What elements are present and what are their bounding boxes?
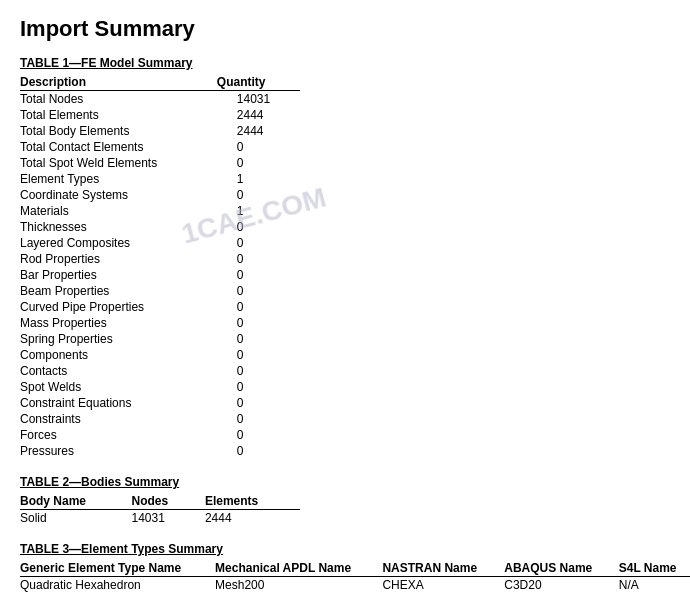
table1-description-cell: Total Body Elements — [20, 123, 217, 139]
table1-quantity-cell: 0 — [217, 155, 300, 171]
page-title: Import Summary — [20, 16, 670, 42]
table2: Body Name Nodes Elements Solid140312444 — [20, 493, 300, 526]
table1-section: TABLE 1—FE Model Summary Description Qua… — [20, 56, 670, 459]
table-row: Spring Properties0 — [20, 331, 300, 347]
table-row: Pressures0 — [20, 443, 300, 459]
table-row: Total Contact Elements0 — [20, 139, 300, 155]
table-row: Forces0 — [20, 427, 300, 443]
table-row: Contacts0 — [20, 363, 300, 379]
table-row: Total Body Elements2444 — [20, 123, 300, 139]
table2-header-elements: Elements — [205, 493, 300, 510]
table2-header-bodyname: Body Name — [20, 493, 131, 510]
table1-quantity-cell: 0 — [217, 395, 300, 411]
table1-quantity-cell: 0 — [217, 283, 300, 299]
table1-quantity-cell: 0 — [217, 267, 300, 283]
table1-quantity-cell: 0 — [217, 299, 300, 315]
table1-description-cell: Constraints — [20, 411, 217, 427]
table-row: Element Types1 — [20, 171, 300, 187]
table1-description-cell: Bar Properties — [20, 267, 217, 283]
table1-description-cell: Curved Pipe Properties — [20, 299, 217, 315]
table1-quantity-cell: 0 — [217, 251, 300, 267]
table1-description-cell: Element Types — [20, 171, 217, 187]
table-row: Spot Welds0 — [20, 379, 300, 395]
table1-quantity-cell: 0 — [217, 315, 300, 331]
table-row: Materials1 — [20, 203, 300, 219]
table1-quantity-cell: 0 — [217, 219, 300, 235]
table1-title: TABLE 1—FE Model Summary — [20, 56, 670, 70]
table-row: Total Nodes14031 — [20, 91, 300, 108]
table-row: Curved Pipe Properties0 — [20, 299, 300, 315]
table-row: Thicknesses0 — [20, 219, 300, 235]
table1-description-cell: Total Nodes — [20, 91, 217, 108]
table3-header: S4L Name — [619, 560, 690, 577]
table2-title: TABLE 2—Bodies Summary — [20, 475, 670, 489]
table1-header-quantity: Quantity — [217, 74, 300, 91]
table3-header: ABAQUS Name — [504, 560, 619, 577]
table1-quantity-cell: 0 — [217, 139, 300, 155]
table1-description-cell: Thicknesses — [20, 219, 217, 235]
table-row: Total Elements2444 — [20, 107, 300, 123]
table1-description-cell: Spring Properties — [20, 331, 217, 347]
table1-quantity-cell: 0 — [217, 427, 300, 443]
table2-header-nodes: Nodes — [131, 493, 204, 510]
table1-quantity-cell: 0 — [217, 379, 300, 395]
table3-header: Mechanical APDL Name — [215, 560, 382, 577]
table2-cell-2: 2444 — [205, 510, 300, 527]
table1-quantity-cell: 1 — [217, 171, 300, 187]
table1-quantity-cell: 0 — [217, 347, 300, 363]
table1-description-cell: Total Elements — [20, 107, 217, 123]
table1-description-cell: Forces — [20, 427, 217, 443]
table1-quantity-cell: 0 — [217, 235, 300, 251]
table2-cell-0: Solid — [20, 510, 131, 527]
table2-section: TABLE 2—Bodies Summary Body Name Nodes E… — [20, 475, 670, 526]
table-row: Coordinate Systems0 — [20, 187, 300, 203]
table1-description-cell: Coordinate Systems — [20, 187, 217, 203]
table1-description-cell: Total Spot Weld Elements — [20, 155, 217, 171]
table1-quantity-cell: 2444 — [217, 107, 300, 123]
table3-cell-0: Quadratic Hexahedron — [20, 577, 215, 594]
table1-description-cell: Constraint Equations — [20, 395, 217, 411]
table1-description-cell: Rod Properties — [20, 251, 217, 267]
table1-description-cell: Materials — [20, 203, 217, 219]
table3-cell-3: C3D20 — [504, 577, 619, 594]
table1-description-cell: Beam Properties — [20, 283, 217, 299]
table3-header: NASTRAN Name — [382, 560, 504, 577]
table-row: Solid140312444 — [20, 510, 300, 527]
table-row: Mass Properties0 — [20, 315, 300, 331]
table-row: Constraints0 — [20, 411, 300, 427]
table-row: Bar Properties0 — [20, 267, 300, 283]
table1-quantity-cell: 14031 — [217, 91, 300, 108]
table3-title: TABLE 3—Element Types Summary — [20, 542, 670, 556]
table1-description-cell: Components — [20, 347, 217, 363]
table3-cell-4: N/A — [619, 577, 690, 594]
table1-description-cell: Pressures — [20, 443, 217, 459]
table1-description-cell: Mass Properties — [20, 315, 217, 331]
table1-quantity-cell: 0 — [217, 331, 300, 347]
table-row: Quadratic HexahedronMesh200CHEXAC3D20N/A — [20, 577, 690, 594]
table1-quantity-cell: 1 — [217, 203, 300, 219]
table1-header-description: Description — [20, 74, 217, 91]
table1-description-cell: Spot Welds — [20, 379, 217, 395]
table3-header: Generic Element Type Name — [20, 560, 215, 577]
table1-quantity-cell: 0 — [217, 363, 300, 379]
table2-cell-1: 14031 — [131, 510, 204, 527]
table-row: Layered Composites0 — [20, 235, 300, 251]
table-row: Beam Properties0 — [20, 283, 300, 299]
table3-cell-2: CHEXA — [382, 577, 504, 594]
table1: Description Quantity Total Nodes14031Tot… — [20, 74, 300, 459]
table-row: Constraint Equations0 — [20, 395, 300, 411]
table-row: Components0 — [20, 347, 300, 363]
table3-section: TABLE 3—Element Types Summary Generic El… — [20, 542, 670, 593]
table3-cell-1: Mesh200 — [215, 577, 382, 594]
table1-description-cell: Total Contact Elements — [20, 139, 217, 155]
table3: Generic Element Type NameMechanical APDL… — [20, 560, 690, 593]
table1-quantity-cell: 0 — [217, 411, 300, 427]
table-row: Total Spot Weld Elements0 — [20, 155, 300, 171]
table-row: Rod Properties0 — [20, 251, 300, 267]
table1-description-cell: Contacts — [20, 363, 217, 379]
table1-quantity-cell: 0 — [217, 187, 300, 203]
table1-quantity-cell: 2444 — [217, 123, 300, 139]
table1-description-cell: Layered Composites — [20, 235, 217, 251]
table1-quantity-cell: 0 — [217, 443, 300, 459]
